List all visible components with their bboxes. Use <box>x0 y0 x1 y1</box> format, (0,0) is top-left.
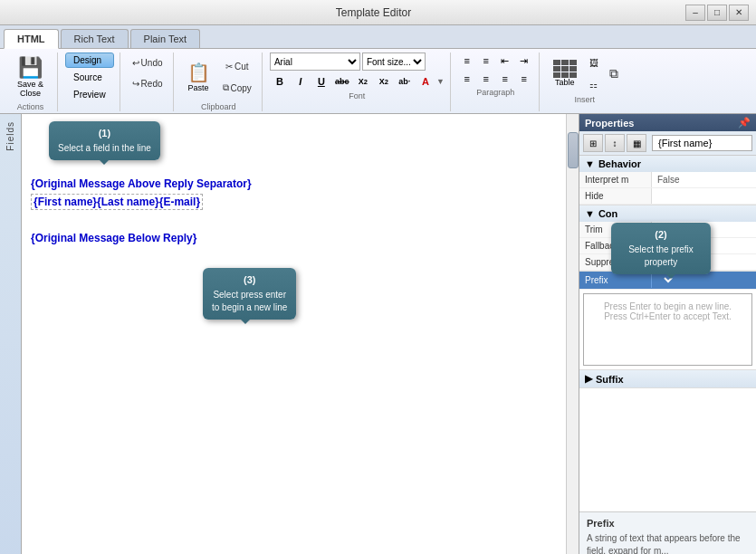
ribbon-group-mode: Design Source Preview <box>60 53 120 111</box>
window-title: Template Editor <box>62 6 685 19</box>
source-mode-button[interactable]: Source <box>65 70 114 85</box>
callout-1: (1) Select a field in the line <box>49 121 160 160</box>
interpret-row: Interpret m False <box>579 172 756 188</box>
prefix-editor[interactable]: Press Enter to begin a new line. Press C… <box>583 293 752 366</box>
hide-value <box>652 194 756 199</box>
font-group-label: Font <box>270 91 445 100</box>
align-right-button[interactable]: ≡ <box>496 71 514 87</box>
misc-button[interactable]: ⚏ <box>585 74 603 94</box>
behavior-collapse-icon: ▼ <box>585 158 595 169</box>
props-sort-button[interactable]: ⊞ <box>583 134 603 152</box>
paste-button[interactable]: 📋 Paste <box>181 53 216 101</box>
preview-mode-button[interactable]: Preview <box>65 87 114 102</box>
content-collapse-icon: ▼ <box>585 208 595 219</box>
props-grid-button[interactable]: ▦ <box>627 134 646 152</box>
maximize-button[interactable]: □ <box>707 5 727 21</box>
ribbon-group-insert: Table 🖼 ⚏ ⧉ Insert <box>541 53 628 111</box>
ordered-list-button[interactable]: ≡ <box>477 53 495 69</box>
insert-group-label: Insert <box>547 94 623 104</box>
fields-label: Fields <box>5 121 15 151</box>
cut-copy-column: ✂ Cut ⧉ Copy <box>218 53 256 101</box>
close-button[interactable]: ✕ <box>729 5 749 21</box>
editor-content[interactable]: {Original Message Above Reply Separator}… <box>22 168 579 257</box>
italic-button[interactable]: I <box>291 72 311 91</box>
increase-indent-button[interactable]: ⇥ <box>515 53 533 69</box>
paragraph-group-label: Paragraph <box>458 87 533 97</box>
editor-scrollbar[interactable] <box>566 114 579 554</box>
callout-2: (2) Select the prefix property <box>611 223 711 274</box>
prefix-section: Prefix Press Enter to begin a new line. … <box>579 272 756 370</box>
superscript-button[interactable]: X2 <box>374 72 394 91</box>
save-close-button[interactable]: 💾 Save &Close <box>9 53 52 101</box>
props-bottom: Prefix A string of text that appears bef… <box>579 511 756 554</box>
suffix-section: ▶ Suffix <box>579 370 756 388</box>
align-left-button[interactable]: ≡ <box>458 71 476 87</box>
ribbon-group-actions: 💾 Save &Close Actions <box>4 53 58 111</box>
properties-title: Properties <box>585 118 634 129</box>
image-button[interactable]: 🖼 <box>585 53 603 72</box>
properties-pin-icon[interactable]: 📌 <box>738 117 751 129</box>
prefix-label: Prefix <box>579 272 652 288</box>
content-section-header[interactable]: ▼ Con <box>579 205 756 222</box>
copy-button[interactable]: ⧉ Copy <box>218 78 256 98</box>
suffix-collapse-icon: ▶ <box>585 373 592 385</box>
table-icon <box>553 60 577 78</box>
ribbon-group-history: ↩ Undo ↪ Redo <box>122 53 174 111</box>
ribbon-group-clipboard: 📋 Paste ✂ Cut ⧉ Copy Clipboard <box>176 53 263 111</box>
titlebar: Template Editor – □ ✕ <box>0 0 756 25</box>
tab-bar: HTML Rich Text Plain Text <box>0 25 756 49</box>
unordered-list-button[interactable]: ≡ <box>458 53 476 69</box>
editor-area[interactable]: (1) Select a field in the line {Original… <box>22 114 579 554</box>
behavior-label: Behavior <box>598 158 641 169</box>
properties-header: Properties 📌 <box>579 114 756 131</box>
highlight-button[interactable]: ab· <box>395 72 415 91</box>
undo-redo-buttons: ↩ Undo ↪ Redo <box>128 53 167 93</box>
redo-button[interactable]: ↪ Redo <box>128 73 167 93</box>
interpret-label: Interpret m <box>579 172 652 187</box>
font-size-select[interactable]: Font size... <box>362 53 426 71</box>
editor-line-2: {First name}{Last name}{E-mail} <box>31 194 203 210</box>
hide-row: Hide <box>579 188 756 205</box>
font-family-select[interactable]: Arial <box>270 53 360 71</box>
tab-plaintext[interactable]: Plain Text <box>130 29 201 48</box>
properties-panel: (2) Select the prefix property Propertie… <box>579 114 756 554</box>
behavior-section-header[interactable]: ▼ Behavior <box>579 156 756 172</box>
suffix-section-header[interactable]: ▶ Suffix <box>579 370 756 387</box>
font-color-button[interactable]: A <box>416 72 435 91</box>
main-area: Fields (1) Select a field in the line {O… <box>0 114 756 554</box>
ribbon-group-font: Arial Font size... B I U abc X2 X2 ab· A… <box>264 53 451 111</box>
strikethrough-button[interactable]: abc <box>332 72 352 91</box>
ribbon: 💾 Save &Close Actions Design Source Prev… <box>0 49 756 114</box>
hide-label: Hide <box>579 188 652 204</box>
tab-richtext[interactable]: Rich Text <box>61 29 129 48</box>
insert-extra-button[interactable]: ⧉ <box>605 63 623 83</box>
cut-button[interactable]: ✂ Cut <box>218 56 256 76</box>
content-label: Con <box>598 208 617 219</box>
design-mode-button[interactable]: Design <box>65 53 114 68</box>
bold-button[interactable]: B <box>270 72 290 91</box>
table-label: Table <box>555 78 575 87</box>
fields-sidebar: Fields <box>0 114 22 554</box>
clipboard-group-label: Clipboard <box>181 101 256 111</box>
underline-button[interactable]: U <box>311 72 331 91</box>
table-button[interactable]: Table <box>547 57 583 90</box>
callout-3: (3) Select press enter to begin a new li… <box>203 268 296 320</box>
align-center-button[interactable]: ≡ <box>477 71 495 87</box>
interpret-value: False <box>652 172 756 187</box>
subscript-button[interactable]: X2 <box>353 72 373 91</box>
props-bottom-title: Prefix <box>587 518 749 529</box>
scrollbar-thumb[interactable] <box>568 132 579 168</box>
editor-line-1: {Original Message Above Reply Separator} <box>31 177 560 190</box>
tab-html[interactable]: HTML <box>4 29 59 49</box>
mode-buttons: Design Source Preview <box>65 53 114 102</box>
props-alpha-button[interactable]: ↕ <box>605 134 625 152</box>
undo-button[interactable]: ↩ Undo <box>128 53 167 72</box>
actions-group-label: Actions <box>9 101 52 111</box>
justify-button[interactable]: ≡ <box>515 71 533 87</box>
behavior-section: ▼ Behavior Interpret m False Hide <box>579 156 756 205</box>
editor-line-3: {Original Message Below Reply} <box>31 232 560 244</box>
suffix-label: Suffix <box>596 374 624 385</box>
ribbon-group-paragraph: ≡ ≡ ⇤ ⇥ ≡ ≡ ≡ ≡ Paragraph <box>453 53 540 111</box>
decrease-indent-button[interactable]: ⇤ <box>496 53 514 69</box>
minimize-button[interactable]: – <box>685 5 705 21</box>
